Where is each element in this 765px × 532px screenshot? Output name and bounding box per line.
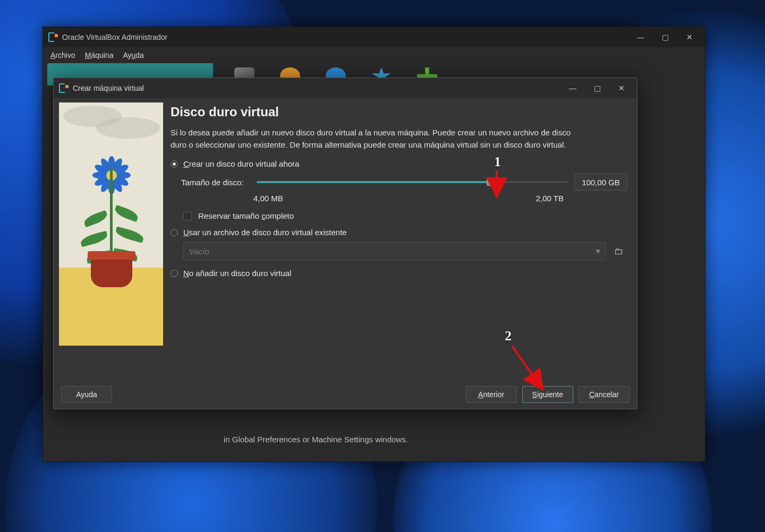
disk-size-label: Tamaño de disco: bbox=[181, 178, 250, 187]
svg-line-1 bbox=[512, 346, 538, 382]
reserve-full-size-checkbox[interactable]: Reservar tamaño completo bbox=[183, 211, 627, 220]
welcome-text-fragment: in Global Preferences or Machine Setting… bbox=[224, 434, 692, 446]
help-button[interactable]: Ayuda bbox=[61, 386, 112, 403]
dialog-description: Si lo desea puede añadir un nuevo disco … bbox=[171, 127, 585, 151]
radio-no-disk[interactable]: No añadir un disco duro virtual bbox=[171, 269, 627, 278]
main-menubar: Archivo Máquina Ayuda bbox=[43, 47, 705, 63]
menu-file[interactable]: Archivo bbox=[50, 51, 75, 59]
annotation-arrow-1 bbox=[490, 170, 506, 198]
dialog-title: Crear máquina virtual bbox=[73, 84, 144, 92]
disk-size-value[interactable]: 100,00 GB bbox=[574, 174, 627, 191]
disk-size-min: 4,00 MB bbox=[253, 194, 283, 203]
menu-machine[interactable]: Máquina bbox=[85, 51, 114, 59]
folder-icon: 🗀 bbox=[614, 246, 624, 257]
cancel-button[interactable]: Cancelar bbox=[579, 386, 630, 403]
dialog-maximize-button[interactable]: ▢ bbox=[585, 80, 609, 96]
radio-create-disk-now[interactable]: Crear un disco duro virtual ahora bbox=[171, 159, 627, 168]
radio-icon bbox=[171, 270, 178, 277]
existing-disk-combo[interactable]: Vacío bbox=[183, 242, 606, 260]
radio-use-existing-disk[interactable]: Usar un archivo de disco duro virtual ex… bbox=[171, 228, 627, 237]
radio-icon bbox=[171, 229, 178, 236]
main-close-button[interactable]: ✕ bbox=[677, 29, 702, 45]
annotation-arrow-2 bbox=[508, 344, 550, 394]
main-window-title: Oracle VirtualBox Administrador bbox=[62, 33, 167, 41]
annotation-label-1: 1 bbox=[494, 154, 501, 170]
virtualbox-logo-icon bbox=[48, 32, 58, 42]
menu-help[interactable]: Ayuda bbox=[123, 51, 143, 59]
dialog-minimize-button[interactable]: — bbox=[560, 80, 585, 96]
annotation-label-2: 2 bbox=[505, 328, 512, 344]
dialog-titlebar: Crear máquina virtual — ▢ ✕ bbox=[54, 78, 637, 98]
virtualbox-logo-icon bbox=[59, 83, 69, 93]
combo-placeholder: Vacío bbox=[189, 247, 209, 256]
disk-size-max: 2,00 TB bbox=[536, 194, 564, 203]
checkbox-icon bbox=[183, 212, 192, 220]
browse-disk-button[interactable]: 🗀 bbox=[610, 242, 627, 260]
dialog-close-button[interactable]: ✕ bbox=[609, 80, 634, 96]
radio-icon bbox=[171, 160, 178, 168]
disk-size-slider[interactable] bbox=[257, 177, 568, 187]
main-minimize-button[interactable]: — bbox=[628, 29, 653, 45]
main-maximize-button[interactable]: ▢ bbox=[653, 29, 677, 45]
dialog-heading: Disco duro virtual bbox=[171, 105, 627, 119]
wizard-illustration bbox=[59, 102, 163, 346]
main-titlebar: Oracle VirtualBox Administrador — ▢ ✕ bbox=[43, 27, 705, 47]
